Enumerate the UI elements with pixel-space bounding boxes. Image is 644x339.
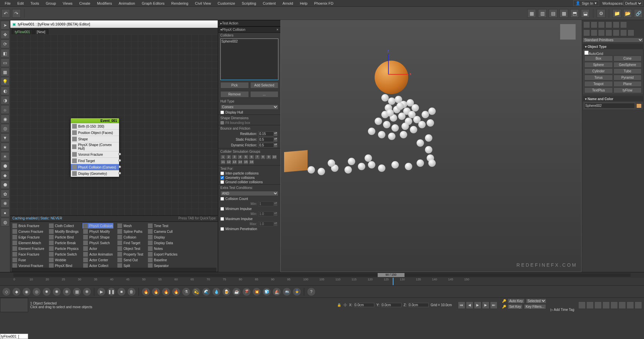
palette-item[interactable]: PhysX Modify [83,229,113,234]
sim-group-toggle[interactable]: 7 [255,155,260,159]
tool-16[interactable]: ⬢ [1,161,9,170]
nav-maximize-button[interactable] [602,301,610,309]
fx-icon-1[interactable]: ⚗ [182,287,191,296]
palette-item[interactable]: Spline Paths [117,229,144,234]
dynamic-friction-input[interactable] [258,143,274,148]
auto-key-button[interactable]: Auto Key [507,298,525,303]
goto-end-button[interactable]: ⏭ [490,301,497,309]
palette-item[interactable]: Time Test [147,223,178,228]
palette-item[interactable]: Find Target [117,240,144,246]
nav-5[interactable] [610,301,618,309]
fx-icon-3[interactable]: 🌊 [202,287,211,296]
event-node-header[interactable]: Event_001 [71,118,119,123]
inter-particle-checkbox[interactable] [220,172,224,175]
display-tab[interactable] [613,21,620,28]
tool-18[interactable]: ⬣ [1,180,9,189]
menu-animation[interactable]: Animation [115,1,139,6]
palette-item[interactable]: PhysX Switch [83,240,113,246]
tool-22[interactable]: ◍ [1,218,9,226]
fx-icon-2[interactable]: 💫 [192,287,201,296]
menu-help[interactable]: Help [297,1,311,6]
sim-group-toggle[interactable]: 12 [226,160,231,164]
trash-button[interactable]: 🗑 [127,287,136,296]
sim-group-toggle[interactable]: 6 [249,155,254,159]
palette-item[interactable]: Brick Fracture [12,223,45,228]
add-icon[interactable]: ➕ [343,303,347,307]
mini-listener[interactable] [0,298,28,312]
palette-item[interactable]: Cloth Collect [48,223,79,228]
palette-item[interactable]: Element Fracture [12,246,45,251]
tool-11[interactable]: ◉ [1,115,9,123]
create-tab[interactable] [583,21,590,28]
node-row-display[interactable]: Display (Geometry) [71,171,119,177]
fx-icon-4[interactable]: 💧 [212,287,221,296]
spinner-icon[interactable]: ▴▾ [274,137,278,142]
fx-icon-6[interactable]: ☕ [232,287,241,296]
viewport-layout-2[interactable]: ▥ [538,9,547,18]
pb-icon-5[interactable]: ✹ [42,287,51,296]
sim-group-toggle[interactable]: 3 [232,155,237,159]
palette-item[interactable]: Fuse [12,257,45,263]
primitive-button[interactable]: Cylinder [584,68,613,74]
max-impulse-checkbox[interactable] [220,217,224,221]
toolbar-icon-6[interactable]: ⬓ [581,9,590,18]
name-color-header[interactable]: ▾ Name and Color [583,96,643,101]
color-swatch[interactable] [636,104,642,108]
sim-group-toggle[interactable]: 15 [243,160,249,164]
palette-item[interactable]: Wobble [48,257,79,263]
viewport-layout-3[interactable]: ▤ [549,9,557,18]
toolbar-icon-5[interactable]: ⬒ [570,9,579,18]
sim-group-toggle[interactable]: 16 [249,160,254,164]
menu-edit[interactable]: Edit [14,1,27,6]
toolbar-icon-7[interactable]: ⚙ [597,9,605,18]
menu-arnold[interactable]: Arnold [279,1,297,6]
maxscript-listener-input[interactable] [0,334,28,339]
palette-item[interactable]: Baseline [147,257,178,263]
palette-item[interactable]: Send Out [117,257,144,263]
tool-17[interactable]: ◆ [1,171,9,180]
tool-21[interactable]: ● [1,208,9,217]
hull-type-select[interactable]: Convex [220,105,278,110]
help-icon[interactable]: ? [307,287,316,296]
set-key-icon[interactable]: 🔑 [502,305,506,309]
fx-icon-10[interactable]: ⛵ [272,287,281,296]
nav-zoom-button[interactable] [586,301,594,309]
add-time-tag[interactable]: ▷ Add Time Tag [550,308,574,312]
node-row-position[interactable]: Position Object (Faces) [71,130,119,136]
palette-item[interactable]: Particle Physics [48,246,79,251]
key-target-select[interactable]: Selected [526,298,546,303]
view-cube[interactable] [560,24,576,40]
tool-10[interactable]: ☼ [1,105,9,114]
palette-item[interactable]: Object Test [117,246,144,251]
nav-pan-button[interactable] [578,301,586,309]
box-object[interactable] [284,150,308,172]
primitive-button[interactable]: Teapot [584,81,613,87]
primitive-button[interactable]: TextPlus [584,87,613,93]
fx-icon-5[interactable]: 🍺 [222,287,231,296]
tool-20[interactable]: ❋ [1,199,9,208]
workspace-select[interactable]: Default [624,1,643,6]
palette-item[interactable]: Actor Animation [83,252,113,257]
palette-item[interactable]: Export Particles [147,252,178,257]
primitive-button[interactable]: tyFlow [613,87,642,93]
palette-item[interactable]: PhysX Shape [83,234,113,240]
fx-icon-12[interactable]: 👮 [292,287,301,296]
node-row-find-target[interactable]: Find Target [71,158,119,164]
tool-5[interactable]: ▭ [1,58,9,67]
object-name-input[interactable] [584,103,635,109]
sim-group-toggle[interactable]: 13 [232,160,237,164]
tool-15[interactable]: ☀ [1,152,9,161]
shapes-icon[interactable] [591,29,597,36]
time-cursor[interactable] [393,278,393,285]
toolbar-icon-8[interactable]: 📁 [612,9,621,18]
fire-icon-1[interactable]: 🔥 [142,287,150,296]
menu-phoenix[interactable]: Phoenix FD [311,1,337,6]
menu-scripting[interactable]: Scripting [238,1,260,6]
port-icon[interactable] [118,153,121,155]
lights-icon[interactable] [598,29,605,36]
nav-8[interactable] [635,301,642,309]
primitive-button[interactable]: Box [584,56,613,61]
pick-button[interactable]: Pick [220,82,249,88]
sim-group-toggle[interactable]: 11 [220,160,226,164]
pb-icon-3[interactable]: ◉ [22,287,31,296]
